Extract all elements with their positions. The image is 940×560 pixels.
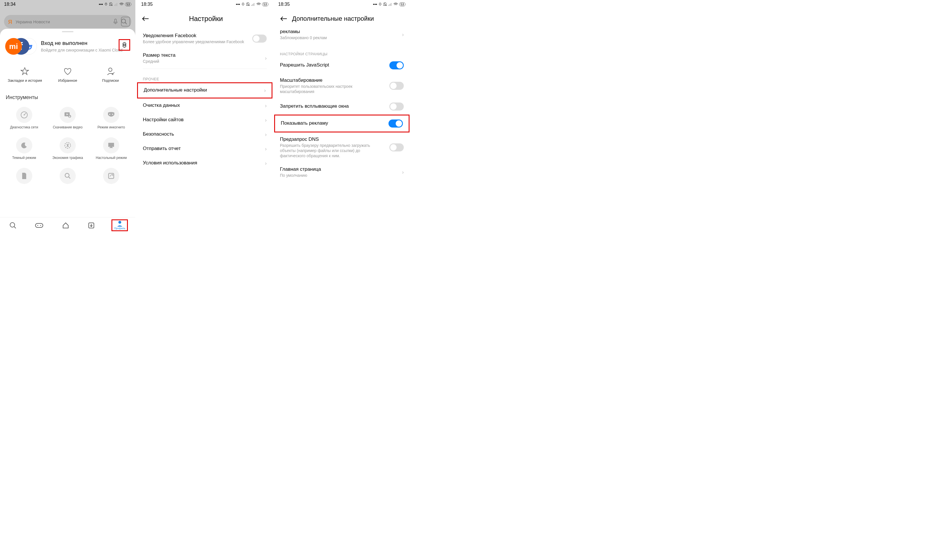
bookmarks-history[interactable]: Закладки и история: [8, 66, 42, 83]
setting-popups[interactable]: Запретить всплывающие окна: [274, 98, 409, 115]
svg-rect-14: [109, 148, 113, 148]
svg-rect-0: [115, 19, 116, 23]
setting-sites[interactable]: Настройки сайтов ›: [137, 113, 272, 127]
subscriptions[interactable]: Подписки: [93, 66, 128, 83]
setting-ad-block[interactable]: рекламы Заблокировано 0 реклам ›: [274, 29, 409, 44]
share-icon: [108, 172, 115, 179]
back-button[interactable]: [140, 13, 151, 24]
chevron-right-icon: ›: [402, 32, 404, 38]
login-title: Вход не выполнен: [41, 40, 122, 46]
toggle[interactable]: [389, 103, 404, 111]
favorites[interactable]: Избранное: [51, 66, 85, 83]
header: Дополнительные настройки: [274, 8, 409, 29]
profile-icon: [116, 220, 123, 226]
toggle[interactable]: [389, 62, 404, 69]
setting-scaling[interactable]: Масштабирование Приоритет пользовательск…: [274, 74, 409, 98]
setting-terms[interactable]: Условия использования ›: [137, 156, 272, 171]
header: Настройки: [137, 8, 272, 29]
chevron-right-icon: ›: [265, 132, 267, 138]
setting-dns-prefetch[interactable]: Предзапрос DNS Разрешить браузеру предва…: [274, 132, 409, 163]
mic-icon[interactable]: [113, 18, 118, 25]
svg-rect-12: [108, 143, 114, 147]
chevron-right-icon: ›: [402, 169, 404, 175]
nav-profile[interactable]: Профиль: [111, 219, 128, 231]
arrow-left-icon: [142, 16, 149, 22]
setting-clear-data[interactable]: Очистка данных ›: [137, 98, 272, 113]
chevron-right-icon: ›: [265, 55, 267, 62]
svg-point-22: [40, 225, 41, 226]
search-input[interactable]: [15, 19, 110, 24]
arrow-left-icon: [280, 16, 288, 22]
bell-off-icon: [246, 2, 250, 6]
svg-rect-13: [110, 147, 112, 148]
nav-home[interactable]: [60, 220, 71, 230]
toggle[interactable]: [389, 120, 403, 128]
login-subtitle: Войдите для синхронизации с Xiaomi Cloud: [41, 48, 122, 53]
bell-off-icon: [383, 2, 387, 6]
chevron-right-icon: ›: [265, 160, 267, 166]
chevron-right-icon: ›: [265, 103, 267, 109]
setting-javascript[interactable]: Разрешить JavaScript: [274, 57, 409, 74]
svg-point-15: [65, 173, 69, 177]
file-icon: [21, 172, 28, 180]
search-bar[interactable]: Я: [4, 15, 131, 28]
setting-show-ads[interactable]: Показывать рекламу: [274, 115, 409, 132]
tool-partial-2[interactable]: [47, 165, 88, 187]
svg-point-9: [109, 114, 110, 115]
chevron-right-icon: ›: [265, 117, 267, 123]
speedometer-icon: [20, 111, 28, 118]
mi-icon: mi: [5, 38, 22, 55]
svg-point-10: [112, 114, 113, 115]
yandex-icon: Я: [8, 19, 13, 25]
tool-network[interactable]: Диагностика сети: [3, 104, 45, 132]
bell-off-icon: [109, 2, 113, 6]
setting-security[interactable]: Безопасность ›: [137, 127, 272, 142]
tool-download-video[interactable]: Скачивание видео: [47, 104, 88, 132]
tool-incognito[interactable]: Режим инкогнито: [91, 104, 132, 132]
setting-text-size[interactable]: Размер текста Средний ›: [137, 48, 272, 68]
tool-dark-mode[interactable]: Темный режим: [3, 134, 45, 163]
download-icon: [88, 222, 95, 229]
chevron-right-icon: ›: [264, 88, 266, 94]
moon-icon: [21, 142, 28, 149]
nav-downloads[interactable]: [86, 220, 97, 230]
tool-partial-1[interactable]: [3, 165, 45, 187]
tabs-button[interactable]: 1: [121, 17, 130, 26]
svg-rect-20: [35, 223, 43, 228]
search-icon: [9, 222, 17, 229]
setting-advanced[interactable]: Дополнительные настройки ›: [137, 82, 272, 98]
svg-point-3: [123, 44, 125, 46]
svg-line-16: [69, 177, 70, 178]
login-row[interactable]: f mi Вход не выполнен Войдите для синхро…: [0, 32, 135, 59]
gamepad-icon: [35, 222, 43, 229]
toggle[interactable]: [389, 143, 404, 151]
setting-homepage[interactable]: Главная страница По умолчанию ›: [274, 162, 409, 182]
back-button[interactable]: [278, 13, 289, 24]
video-download-icon: [64, 112, 71, 118]
person-check-icon: [106, 67, 115, 75]
status-icons: ••• 53: [99, 2, 131, 7]
nav-games[interactable]: [33, 221, 45, 230]
svg-line-19: [14, 226, 16, 228]
heart-icon: [63, 67, 72, 75]
mask-icon: [108, 112, 115, 118]
svg-point-6: [24, 114, 25, 115]
nav-search[interactable]: [8, 220, 18, 230]
setting-report[interactable]: Отправить отчет ›: [137, 142, 272, 156]
svg-rect-17: [109, 173, 114, 178]
setting-facebook-notif[interactable]: Уведомления Facebook Более удобное управ…: [137, 29, 272, 48]
tool-data-saver[interactable]: Экономия трафика: [47, 134, 88, 163]
tool-partial-3[interactable]: [91, 165, 132, 187]
home-icon: [62, 222, 69, 229]
bottom-nav: Профиль: [0, 217, 135, 233]
time: 18:34: [4, 2, 15, 7]
status-icons: ••• 53: [373, 2, 406, 7]
sync-avatars: f mi: [5, 37, 37, 56]
toggle[interactable]: [252, 35, 267, 43]
settings-button[interactable]: [118, 39, 130, 51]
time: 18:35: [278, 2, 290, 7]
page-title: Дополнительные настройки: [292, 15, 407, 23]
toggle[interactable]: [389, 82, 404, 90]
svg-point-4: [109, 68, 112, 71]
tool-desktop-mode[interactable]: Настольный режим: [91, 134, 132, 163]
